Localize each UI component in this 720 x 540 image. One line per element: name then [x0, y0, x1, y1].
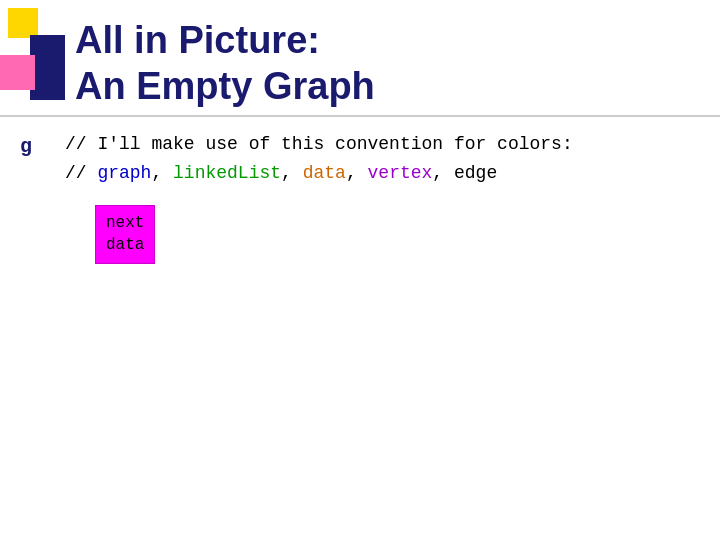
title-line1: All in Picture:: [75, 19, 320, 61]
code-graph: graph: [97, 163, 151, 183]
square-yellow: [8, 8, 38, 38]
divider: [0, 115, 720, 117]
code-comment1: // I'll make use of this convention for …: [65, 130, 573, 159]
square-pink: [0, 55, 35, 90]
corner-decoration: [0, 0, 70, 110]
node-box: next data: [95, 205, 155, 264]
variable-label: g: [20, 135, 32, 158]
code-comment2: // graph, linkedList, data, vertex, edge: [65, 159, 573, 188]
code-data: data: [303, 163, 346, 183]
square-dark: [30, 35, 65, 100]
node-next: next: [106, 212, 144, 234]
node-data: data: [106, 234, 144, 256]
code-vertex: vertex: [368, 163, 433, 183]
code-linkedlist: linkedList: [173, 163, 281, 183]
word-this: this: [281, 134, 324, 154]
word-of: of: [249, 134, 271, 154]
title-line2: An Empty Graph: [75, 65, 375, 107]
code-block: // I'll make use of this convention for …: [65, 130, 573, 188]
title-area: All in Picture: An Empty Graph: [75, 18, 700, 109]
slide-title: All in Picture: An Empty Graph: [75, 18, 700, 109]
code-edge: edge: [454, 163, 497, 183]
